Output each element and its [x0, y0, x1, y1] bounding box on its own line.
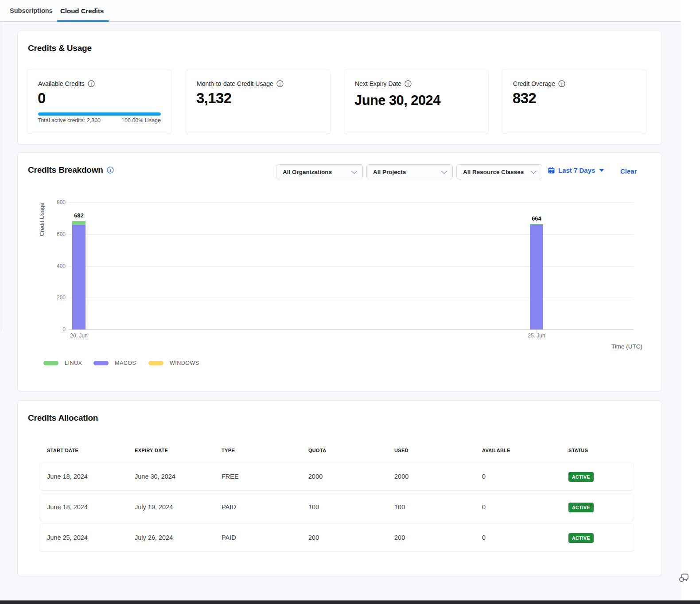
bar-segment-linux[interactable] — [72, 221, 86, 225]
table-row: June 18, 2024June 30, 2024FREE200020000A… — [40, 463, 634, 490]
credits-allocation-title: Credits Allocation — [28, 413, 98, 423]
left-edge-divider — [1, 22, 1, 332]
cell-quota: 2000 — [308, 463, 323, 490]
x-tick-mark — [79, 329, 79, 332]
x-tick-label: 25. Jun — [521, 333, 552, 339]
gridline — [69, 234, 634, 235]
metric-value: 3,132 — [196, 90, 232, 107]
cell-available: 0 — [482, 493, 486, 521]
metric-label: Next Expiry Date — [355, 80, 401, 87]
cell-start: June 18, 2024 — [47, 493, 88, 521]
cell-type: PAID — [222, 524, 236, 551]
metric-credit-overage: Credit Overage i 832 — [502, 70, 646, 134]
status-badge: ACTIVE — [568, 533, 594, 543]
svg-text:i: i — [408, 81, 409, 86]
chat-bubbles-icon — [677, 570, 691, 585]
y-axis-label: Credit Usage — [39, 184, 45, 255]
column-header: QUOTA — [308, 448, 326, 453]
cell-type: PAID — [222, 493, 236, 521]
y-tick-label: 200 — [48, 294, 66, 301]
cell-quota: 100 — [308, 493, 319, 521]
active-tab-indicator — [57, 20, 109, 22]
svg-text:i: i — [279, 81, 280, 86]
bar-segment-macos[interactable] — [72, 225, 86, 329]
legend-item-linux[interactable]: LINUX — [43, 360, 82, 366]
info-icon[interactable]: i — [558, 80, 565, 87]
status-badge: ACTIVE — [568, 503, 594, 512]
tab-cloud-credits[interactable]: Cloud Credits — [60, 0, 104, 21]
table-row: June 25, 2024July 26, 2024PAID2002000ACT… — [40, 524, 634, 551]
x-axis-label: Time (UTC) — [611, 343, 642, 350]
total-active-credits: Total active credits: 2,300 — [38, 117, 101, 124]
metric-next-expiry: Next Expiry Date i June 30, 2024 — [344, 70, 488, 134]
tab-subscriptions[interactable]: Subscriptions — [10, 0, 53, 21]
cell-quota: 200 — [308, 524, 319, 551]
cell-type: FREE — [222, 463, 239, 490]
cell-status: ACTIVE — [568, 463, 594, 490]
legend-label: LINUX — [65, 360, 82, 366]
bar-segment-macos[interactable] — [530, 225, 543, 329]
column-header: EXPIRY DATE — [135, 448, 168, 453]
x-tick-label: 20. Jun — [63, 333, 94, 339]
gridline — [69, 202, 634, 203]
cell-used: 200 — [394, 524, 405, 551]
cell-used: 2000 — [394, 463, 408, 490]
svg-text:i: i — [90, 81, 92, 86]
bar-total-label: 682 — [66, 212, 92, 219]
cell-available: 0 — [482, 524, 486, 551]
gridline — [69, 266, 634, 267]
bar-segment-linux[interactable] — [530, 224, 543, 225]
metric-value: 832 — [513, 90, 536, 107]
cell-status: ACTIVE — [568, 493, 594, 521]
y-tick-label: 400 — [48, 263, 66, 269]
tab-label: Subscriptions — [10, 7, 53, 14]
metric-value: June 30, 2024 — [354, 93, 440, 108]
support-chat-button[interactable] — [677, 570, 691, 585]
column-header: USED — [394, 448, 408, 453]
legend-item-macos[interactable]: MACOS — [93, 360, 136, 366]
cell-available: 0 — [482, 463, 486, 490]
metric-label: Available Credits — [38, 80, 85, 87]
metric-available-credits: Available Credits i 0 Total active credi… — [27, 70, 171, 134]
credits-allocation-card: Credits Allocation START DATEEXPIRY DATE… — [18, 401, 661, 576]
usage-percentage: 100.00% Usage — [121, 117, 161, 124]
info-icon[interactable]: i — [276, 80, 284, 87]
tab-bar: Subscriptions Cloud Credits — [0, 0, 681, 22]
usage-progress-fill — [38, 112, 161, 116]
column-header: AVAILABLE — [482, 448, 510, 453]
column-header: TYPE — [222, 448, 235, 453]
info-icon[interactable]: i — [404, 80, 412, 87]
metric-value: 0 — [38, 90, 46, 107]
info-icon[interactable]: i — [88, 80, 95, 87]
credits-usage-card: Credits & Usage Available Credits i 0 To… — [18, 31, 661, 144]
cell-used: 100 — [394, 493, 405, 521]
legend-item-windows[interactable]: WINDOWS — [148, 360, 199, 366]
y-tick-label: 0 — [48, 326, 66, 333]
bar-total-label: 664 — [523, 215, 550, 222]
metric-mtd-usage: Month-to-date Credit Usage i 3,132 — [186, 70, 330, 134]
metric-label: Month-to-date Credit Usage — [197, 80, 273, 87]
cell-expiry: July 19, 2024 — [135, 493, 173, 521]
metric-label: Credit Overage — [513, 80, 555, 87]
x-tick-mark — [537, 329, 537, 332]
x-axis-line — [69, 329, 634, 330]
cell-expiry: June 30, 2024 — [135, 463, 175, 490]
svg-text:i: i — [561, 81, 562, 86]
credit-usage-chart: Credit Usage Time (UTC) 0200400600800682… — [18, 153, 661, 391]
cell-start: June 18, 2024 — [47, 463, 88, 490]
status-badge: ACTIVE — [568, 472, 594, 482]
usage-progress-bar — [38, 112, 161, 116]
cell-start: June 25, 2024 — [47, 524, 88, 551]
gridline — [69, 298, 634, 298]
legend-swatch — [43, 361, 58, 365]
y-tick-label: 600 — [48, 231, 66, 237]
y-tick-label: 800 — [48, 199, 66, 205]
credits-usage-title: Credits & Usage — [28, 43, 92, 53]
cell-status: ACTIVE — [568, 524, 594, 551]
column-header: STATUS — [568, 448, 588, 453]
legend-swatch — [148, 361, 163, 365]
cell-expiry: July 26, 2024 — [135, 524, 173, 551]
window-bottom-bar — [0, 600, 700, 604]
column-header: START DATE — [47, 448, 78, 453]
table-row: June 18, 2024July 19, 2024PAID1001000ACT… — [40, 493, 634, 521]
